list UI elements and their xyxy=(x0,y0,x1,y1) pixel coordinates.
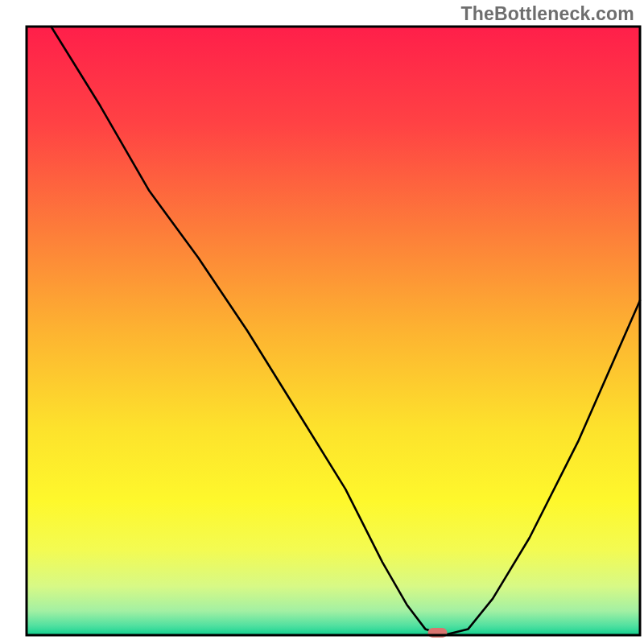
gradient-background xyxy=(27,27,640,635)
chart-svg xyxy=(0,0,644,644)
watermark-text: TheBottleneck.com xyxy=(460,3,634,25)
bottleneck-chart: TheBottleneck.com xyxy=(0,0,644,644)
